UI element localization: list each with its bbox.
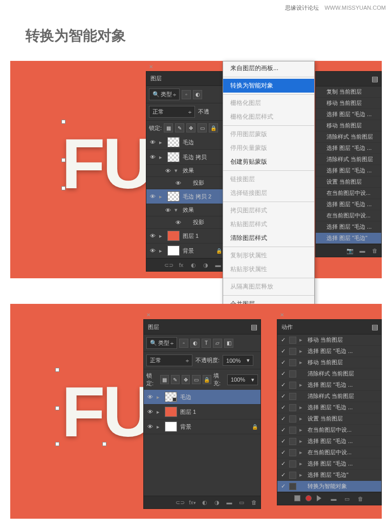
history-item[interactable]: ✓▸选择 图层 "毛边 ... [277, 402, 381, 413]
layer-item[interactable]: 👁▸毛边 拷贝 2 [146, 189, 225, 204]
menu-icon[interactable]: ▤ [372, 75, 377, 83]
close-icon[interactable]: ✕ [146, 312, 150, 318]
mask-icon[interactable]: ◐ [189, 261, 198, 269]
selection-handle[interactable] [55, 406, 59, 410]
selection-handle[interactable] [55, 368, 59, 372]
close-icon[interactable]: ✕ [149, 64, 153, 70]
layer-item[interactable]: 👁▸毛边 [144, 390, 260, 405]
link-icon[interactable]: ⊂⊃ [176, 499, 184, 506]
new-icon[interactable]: ▬ [358, 247, 366, 254]
history-item[interactable]: ✓▸在当前图层中设... [277, 425, 381, 436]
visibility-icon[interactable]: 👁 [149, 248, 156, 254]
trash-icon[interactable]: 🗑 [250, 499, 258, 506]
visibility-icon[interactable]: 👁 [175, 219, 182, 226]
visibility-icon[interactable]: 👁 [175, 180, 182, 186]
menu-item[interactable]: 创建剪贴蒙版 [223, 155, 314, 169]
history-item[interactable]: 移动 当前图层 [316, 98, 381, 109]
layer-thumbnail[interactable] [167, 246, 180, 256]
check-icon[interactable]: ✓ [280, 359, 286, 366]
history-item[interactable]: 选择 图层 "毛边 ... [316, 199, 381, 210]
history-item[interactable]: ✓▸移动 当前图层 [277, 357, 381, 368]
history-item[interactable]: 在当前图层中设... [316, 210, 381, 221]
menu-item[interactable]: 转换为智能对象 [223, 79, 314, 93]
arrow-icon[interactable]: ▸ [157, 394, 162, 401]
close-icon[interactable]: ✕ [280, 312, 284, 318]
arrow-icon[interactable]: ▸ [159, 154, 164, 161]
adjustment-icon[interactable]: ◑ [202, 261, 210, 269]
visibility-icon[interactable]: 👁 [149, 233, 156, 239]
layer-thumbnail[interactable] [167, 191, 180, 202]
filter-icon[interactable]: ◐ [190, 339, 200, 348]
selection-handle[interactable] [61, 186, 66, 190]
check-icon[interactable]: ✓ [280, 404, 286, 411]
check-icon[interactable]: ✓ [280, 370, 286, 377]
history-item[interactable]: 移动 当前图层 [316, 120, 381, 131]
filter-dropdown[interactable]: 🔍类型÷ [146, 337, 177, 349]
lock-transparent-icon[interactable]: ▦ [160, 375, 169, 384]
check-icon[interactable]: ✓ [280, 472, 286, 478]
arrow-icon[interactable]: ▸ [157, 424, 162, 430]
menu-icon[interactable]: ▤ [372, 323, 377, 331]
fx-icon[interactable]: fx [177, 261, 185, 269]
layer-item[interactable]: 👁▸毛边 [146, 135, 225, 150]
history-item[interactable]: ✓▸选择 图层 "毛边 ... [277, 436, 381, 447]
layer-item[interactable]: 👁▸图层 1 [144, 405, 260, 419]
selection-handle[interactable] [55, 442, 59, 446]
history-item[interactable]: ✓▸选择 图层 "毛边 ... [277, 458, 381, 470]
layer-thumbnail[interactable] [165, 407, 177, 417]
history-item[interactable]: 选择 图层 "毛边" [316, 233, 381, 244]
check-icon[interactable]: ✓ [280, 438, 286, 445]
lock-artboard-icon[interactable]: ▭ [198, 123, 207, 132]
history-item[interactable]: ✓▸在当前图层中设... [277, 447, 381, 458]
lock-all-icon[interactable]: 🔒 [209, 123, 218, 132]
history-item[interactable]: 选择 图层 "毛边 ... [316, 165, 381, 176]
layer-thumbnail[interactable] [165, 422, 177, 432]
layer-thumbnail[interactable] [167, 231, 180, 241]
check-icon[interactable]: ✓ [280, 483, 286, 490]
filter-icon[interactable]: ▱ [213, 339, 222, 348]
menu-icon[interactable]: ▤ [251, 323, 256, 331]
layer-item[interactable]: 👁▾效果 [146, 204, 225, 216]
arrow-icon[interactable]: ▸ [159, 248, 164, 254]
trash-icon[interactable]: 🗑 [371, 247, 379, 254]
lock-artboard-icon[interactable]: ▭ [192, 375, 201, 384]
visibility-icon[interactable]: 👁 [146, 424, 154, 430]
check-icon[interactable]: ✓ [280, 427, 286, 433]
history-item[interactable]: 在当前图层中设... [316, 188, 381, 199]
history-item[interactable]: 复制 当前图层 [316, 86, 381, 98]
visibility-icon[interactable]: 👁 [149, 193, 156, 199]
history-item[interactable]: ✓清除样式 当前图层 [277, 391, 381, 402]
trash-icon[interactable]: 🗑 [356, 495, 364, 502]
visibility-icon[interactable]: 👁 [164, 168, 171, 174]
history-item[interactable]: 选择 图层 "毛边 ... [316, 143, 381, 154]
opacity-input[interactable]: 100%▾ [223, 355, 253, 366]
layer-item[interactable]: 👁投影 [146, 177, 225, 189]
check-icon[interactable]: ✓ [280, 449, 286, 456]
blend-mode-dropdown[interactable]: 正常÷ [149, 106, 195, 118]
arrow-icon[interactable]: ▸ [157, 409, 162, 415]
history-item[interactable]: 选择 图层 "毛边 ... [316, 221, 381, 233]
arrow-icon[interactable]: ▸ [159, 139, 164, 146]
camera-icon[interactable]: 📷 [346, 247, 354, 254]
fx-icon[interactable]: fx▾ [188, 499, 197, 506]
history-item[interactable]: ✓▸选择 图层 "毛边" [277, 470, 381, 481]
mask-icon[interactable]: ◐ [201, 499, 209, 506]
history-item[interactable]: 设置 当前图层 [316, 176, 381, 188]
filter-icon[interactable]: T [202, 339, 211, 348]
link-icon[interactable]: ⊂⊃ [165, 261, 173, 269]
visibility-icon[interactable]: 👁 [149, 139, 156, 145]
lock-brush-icon[interactable]: ✎ [171, 375, 180, 384]
adjustment-icon[interactable]: ◑ [213, 499, 221, 506]
check-icon[interactable]: ✓ [280, 460, 286, 467]
layer-thumbnail[interactable] [167, 152, 180, 162]
history-item[interactable]: ✓▸设置 当前图层 [277, 413, 381, 425]
selection-handle[interactable] [61, 158, 66, 162]
history-item[interactable]: 清除样式 当前图层 [316, 131, 381, 143]
check-icon[interactable]: ✓ [280, 382, 286, 388]
arrow-icon[interactable]: ▸ [159, 193, 164, 200]
lock-brush-icon[interactable]: ✎ [175, 123, 184, 132]
layer-item[interactable]: 👁投影 [146, 216, 225, 229]
layer-item[interactable]: 👁▸背景🔒 [144, 419, 260, 434]
layer-item[interactable]: 👁▸背景🔒 [146, 243, 225, 258]
arrow-icon[interactable]: ▸ [159, 233, 164, 239]
